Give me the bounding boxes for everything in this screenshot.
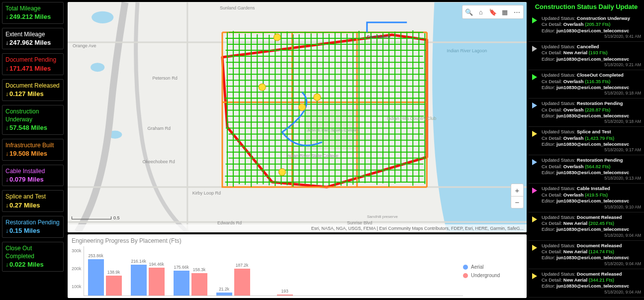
bar-group: 175.66k158.3k: [174, 271, 207, 296]
layers-icon[interactable]: ▦: [499, 6, 510, 17]
feed-header: Construction Status Daily Update: [529, 0, 644, 13]
status-card[interactable]: Splice and Test↓0.27 Miles: [2, 190, 64, 212]
status-label: Restoration Pending: [5, 218, 60, 226]
status-label: Document Pending: [5, 56, 60, 64]
label-state-college: Indian River State College: [286, 153, 338, 158]
arrow-down-icon: ↓: [5, 13, 8, 20]
label-peterson-rd: Peterson Rd: [153, 76, 178, 81]
svg-point-69: [274, 34, 280, 41]
legend-dot-icon: [463, 273, 468, 278]
status-label: Infrastructure Built: [5, 141, 60, 149]
status-card[interactable]: Restoration Pending↓0.15 Miles: [2, 216, 64, 238]
flag-icon: [531, 129, 539, 153]
feed-item[interactable]: Updated Status: CancelledCx Detail: New …: [529, 42, 644, 70]
feed-item[interactable]: Updated Status: Splice and TestCx Detail…: [529, 127, 644, 155]
map-toolbar: 🔍 ⌂ 🔖 ▦ ⋯: [462, 5, 524, 19]
status-sidebar: Total Mileage↓249.212 MilesExtent Mileag…: [0, 0, 66, 300]
feed-body: Updated Status: Restoration PendingCx De…: [542, 157, 641, 181]
feed-item[interactable]: Updated Status: CloseOut CompletedCx Det…: [529, 70, 644, 99]
flag-icon: [531, 72, 539, 96]
feed-body: Updated Status: Construction UnderwayCx …: [542, 15, 641, 39]
arrow-down-icon: ↓: [5, 202, 8, 209]
svg-point-70: [259, 84, 266, 91]
chart-yaxis: 300k200k100k: [72, 246, 84, 296]
bar-underground[interactable]: 187.2k: [234, 269, 250, 296]
flag-icon: [531, 15, 539, 39]
feed-item[interactable]: Updated Status: Document ReleasedCx Deta…: [529, 269, 644, 298]
legend-item: Underground: [463, 273, 523, 278]
home-icon[interactable]: ⌂: [475, 6, 486, 17]
status-label: Extent Mileage: [5, 30, 60, 38]
status-card[interactable]: Document Pending↓171.471 Miles: [2, 53, 64, 75]
arrow-down-icon: ↓: [5, 176, 8, 183]
flag-icon: [531, 157, 539, 181]
feed-body: Updated Status: Document ReleasedCx Deta…: [542, 214, 641, 238]
scale-bar: 0.5: [72, 215, 120, 220]
flag-icon: [531, 214, 539, 238]
bar-aerial[interactable]: 253.86k: [88, 259, 104, 296]
chart-title: Engineering Progress By Placement (Fts): [72, 237, 523, 244]
status-label: Document Released: [5, 82, 60, 90]
svg-point-1: [92, 11, 113, 23]
update-feed[interactable]: Updated Status: Construction UnderwayCx …: [529, 13, 644, 300]
bar-aerial[interactable]: 216.14k: [131, 265, 147, 296]
svg-point-72: [299, 103, 306, 110]
map[interactable]: Sunland Gardens Orange Ave Peterson Rd G…: [68, 2, 527, 232]
status-value: ↓0.079 Miles: [5, 175, 60, 184]
bar-underground[interactable]: 193: [277, 295, 293, 296]
flag-icon: [531, 44, 539, 68]
bar-underground[interactable]: 194.46k: [149, 268, 165, 296]
status-card[interactable]: Close Out Completed↓0.022 Miles: [2, 242, 64, 272]
label-sports-complex: John B. Park Sports Complex: [307, 128, 360, 132]
search-icon[interactable]: 🔍: [463, 6, 474, 17]
zoom-out-button[interactable]: −: [511, 196, 523, 208]
map-svg: Sunland Gardens Orange Ave Peterson Rd G…: [68, 2, 527, 232]
status-label: Construction Underway: [5, 107, 60, 123]
status-card[interactable]: Total Mileage↓249.212 Miles: [2, 2, 64, 24]
bookmark-icon[interactable]: 🔖: [487, 6, 498, 17]
svg-point-2: [91, 63, 104, 72]
label-graham-rd: Graham Rd: [148, 126, 171, 131]
arrow-down-icon: ↓: [5, 150, 8, 157]
feed-item[interactable]: Updated Status: Document ReleasedCx Deta…: [529, 241, 644, 269]
svg-point-73: [278, 169, 285, 176]
update-feed-panel: Construction Status Daily Update Updated…: [529, 0, 644, 300]
svg-point-71: [314, 94, 321, 100]
chart-legend: AerialUnderground: [463, 246, 523, 296]
status-value: ↓0.127 Miles: [5, 90, 60, 99]
feed-item[interactable]: Updated Status: Restoration PendingCx De…: [529, 155, 644, 184]
status-value: ↓0.27 Miles: [5, 201, 60, 210]
bar-group: 253.86k138.9k: [88, 259, 122, 296]
feed-item[interactable]: Updated Status: Construction UnderwayCx …: [529, 13, 644, 42]
feed-item[interactable]: Updated Status: Restoration PendingCx De…: [529, 99, 644, 127]
label-fort-pierce: Fort Pierce: [367, 34, 390, 39]
feed-item[interactable]: Updated Status: Document ReleasedCx Deta…: [529, 212, 644, 241]
status-value: ↓247.962 Miles: [5, 38, 60, 47]
status-card[interactable]: Construction Underway↓57.548 Miles: [2, 105, 64, 135]
bar-underground[interactable]: 138.9k: [106, 276, 122, 296]
chart-bars[interactable]: 253.86k138.9k216.14k194.46k175.66k158.3k…: [84, 246, 463, 296]
bar-underground[interactable]: 158.3k: [191, 273, 207, 296]
feed-item[interactable]: Updated Status: Cable InstalledCx Detail…: [529, 184, 644, 212]
bar-aerial[interactable]: 21.2k: [216, 293, 232, 296]
status-label: Splice and Test: [5, 193, 60, 200]
bar-aerial[interactable]: 175.66k: [174, 271, 189, 296]
bar-group: 193: [259, 295, 293, 296]
feed-body: Updated Status: Restoration PendingCx De…: [542, 100, 641, 124]
flag-icon: [531, 243, 539, 267]
status-value: ↓0.15 Miles: [5, 226, 60, 235]
more-icon[interactable]: ⋯: [511, 6, 522, 17]
label-sunland-gardens: Sunland Gardens: [220, 5, 255, 10]
status-card[interactable]: Infrastructure Built↓19.508 Miles: [2, 139, 64, 161]
status-value: ↓171.471 Miles: [5, 64, 60, 73]
status-card[interactable]: Document Released↓0.127 Miles: [2, 79, 64, 101]
arrow-down-icon: ↓: [5, 39, 8, 46]
feed-body: Updated Status: CancelledCx Detail: New …: [542, 44, 641, 68]
status-card[interactable]: Cable Installed↓0.079 Miles: [2, 165, 64, 187]
status-card[interactable]: Extent Mileage↓247.962 Miles: [2, 28, 64, 50]
feed-item[interactable]: Updated Status: Document PendingCx Detai…: [529, 298, 644, 300]
feed-body: Updated Status: Document ReleasedCx Deta…: [542, 243, 641, 267]
zoom-in-button[interactable]: +: [511, 184, 523, 196]
status-value: ↓57.548 Miles: [5, 123, 60, 132]
center-column: Sunland Gardens Orange Ave Peterson Rd G…: [66, 0, 529, 300]
